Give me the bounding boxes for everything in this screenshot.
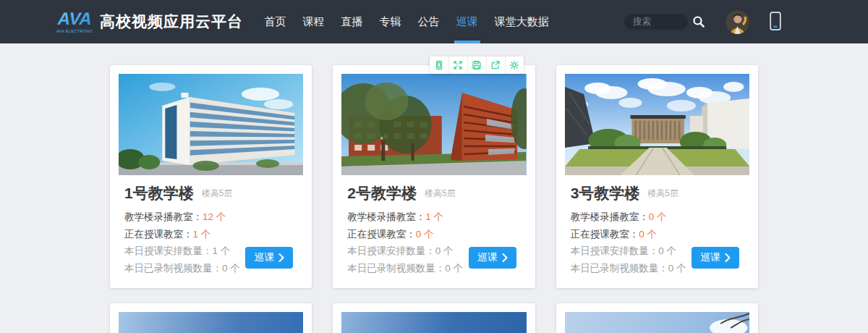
mobile-app-button[interactable] [768, 12, 783, 32]
search-button[interactable] [692, 15, 705, 28]
building-card-2: 2号教学楼 楼高5层 教学楼录播教室：1 个 正在授课教室：0 个 本日授课安排… [333, 65, 535, 288]
navbar: AVA AVA ELECTRONICS 高校视频应用云平台 首页 课程 直播 专… [0, 0, 868, 43]
building-card-6 [556, 303, 758, 333]
nav-item-albums[interactable]: 专辑 [379, 0, 402, 43]
buildings-row-1: 1号教学楼 楼高5层 教学楼录播教室：12 个 正在授课教室：1 个 本日授课安… [110, 65, 758, 288]
user-avatar[interactable] [726, 10, 749, 34]
building-title: 2号教学楼 [347, 185, 417, 202]
chevron-right-icon [725, 253, 731, 262]
nav-item-live[interactable]: 直播 [341, 0, 364, 43]
buildings-row-2 [110, 303, 758, 333]
stat-teaching-rooms: 正在授课教室：1 个 [124, 226, 297, 243]
settings-icon[interactable] [505, 56, 524, 74]
nav-item-announcements[interactable]: 公告 [417, 0, 441, 43]
fullscreen-icon[interactable] [448, 56, 467, 74]
stat-teaching-rooms: 正在授课教室：0 个 [571, 226, 744, 243]
page-content: 1号教学楼 楼高5层 教学楼录播教室：12 个 正在授课教室：1 个 本日授课安… [110, 65, 758, 333]
stat-teaching-rooms: 正在授课教室：0 个 [347, 226, 520, 243]
building-photo-6[interactable] [565, 312, 749, 333]
stat-recording-rooms: 教学楼录播教室：0 个 [571, 208, 744, 226]
building-floors: 楼高5层 [647, 187, 678, 202]
share-icon[interactable] [486, 56, 505, 74]
main-nav: 首页 课程 直播 专辑 公告 巡课 课堂大数据 [256, 0, 557, 43]
building-card-3: 3号教学楼 楼高5层 教学楼录播教室：0 个 正在授课教室：0 个 本日授课安排… [556, 65, 758, 288]
building-photo-5[interactable] [341, 312, 526, 333]
search-input[interactable] [624, 14, 688, 30]
building-card-1: 1号教学楼 楼高5层 教学楼录播教室：12 个 正在授课教室：1 个 本日授课安… [110, 65, 312, 288]
avatar-image [726, 10, 749, 34]
patrol-button[interactable]: 巡课 [245, 247, 293, 269]
stat-recording-rooms: 教学楼录播教室：1 个 [347, 208, 520, 226]
logo-text: AVA [56, 9, 93, 28]
building-photo-3[interactable] [565, 74, 749, 175]
building-floors: 楼高5层 [425, 187, 456, 202]
ava-logo-icon: AVA AVA ELECTRONICS [54, 6, 93, 38]
building-photo-4[interactable] [119, 312, 303, 333]
building-title: 3号教学楼 [571, 185, 640, 202]
tablet-icon[interactable] [430, 56, 448, 74]
building-floors: 楼高5层 [202, 187, 233, 202]
nav-item-patrol[interactable]: 巡课 [456, 0, 479, 43]
logo-caption: AVA ELECTRONICS [56, 29, 93, 33]
building-title: 1号教学楼 [124, 185, 194, 202]
nav-item-classroom-bigdata[interactable]: 课堂大数据 [494, 0, 550, 43]
nav-item-home[interactable]: 首页 [264, 0, 287, 43]
chevron-right-icon [278, 253, 284, 262]
patrol-button[interactable]: 巡课 [692, 247, 739, 269]
save-icon[interactable] [467, 56, 486, 74]
nav-item-courses[interactable]: 课程 [302, 0, 326, 43]
stat-recording-rooms: 教学楼录播教室：12 个 [124, 208, 297, 226]
chevron-right-icon [502, 253, 508, 262]
platform-title: 高校视频应用云平台 [100, 12, 243, 32]
building-photo-2[interactable] [341, 74, 526, 175]
building-card-4 [110, 303, 312, 333]
card-hover-toolbar [430, 56, 524, 74]
building-card-5 [333, 303, 535, 333]
phone-icon [768, 12, 783, 32]
search-icon [692, 15, 705, 28]
navbar-right [624, 10, 783, 34]
patrol-button[interactable]: 巡课 [469, 247, 516, 269]
brand: AVA AVA ELECTRONICS 高校视频应用云平台 [54, 6, 243, 38]
building-photo-1[interactable] [119, 74, 303, 175]
